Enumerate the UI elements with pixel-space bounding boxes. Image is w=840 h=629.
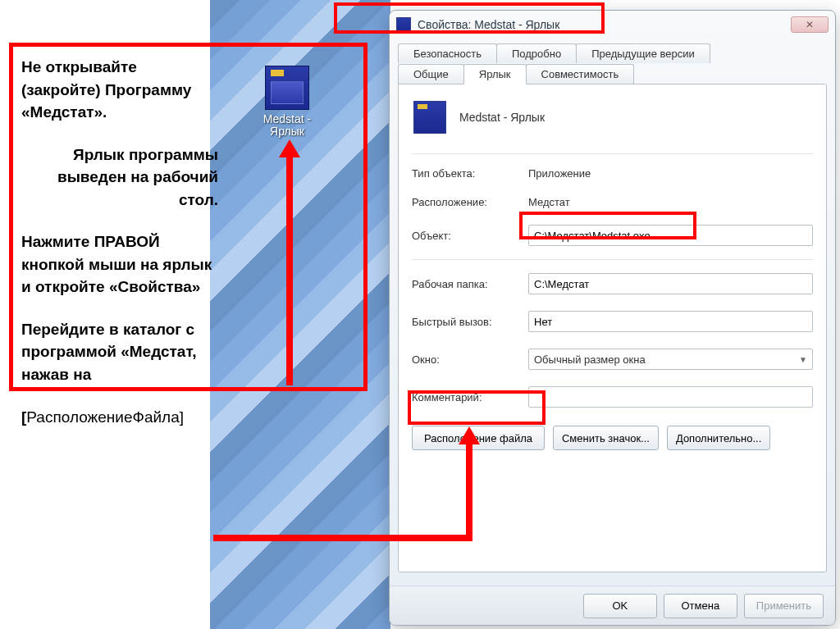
cancel-button[interactable]: Отмена — [664, 594, 737, 618]
open-file-location-button[interactable]: Расположение файла — [412, 426, 545, 450]
shortcut-name: Medstat - Ярлык — [459, 111, 545, 124]
tab-shortcut[interactable]: Ярлык — [463, 64, 527, 84]
dropdown-run-value: Обычный размер окна — [534, 353, 646, 366]
dropdown-run[interactable]: Обычный размер окна ▼ — [528, 349, 813, 370]
close-button[interactable]: ✕ — [791, 16, 829, 33]
instruction-panel: Не открывайте (закройте) Программу «Медс… — [21, 56, 218, 448]
instruction-p4: Перейдите в каталог с программой «Медста… — [21, 318, 218, 386]
label-object-type: Тип объекта: — [412, 167, 518, 180]
tabs-row-2: Общие Ярлык Совместимость — [398, 62, 827, 84]
dialog-footer: OK Отмена Применить — [390, 586, 835, 625]
label-comment: Комментарий: — [412, 391, 518, 403]
shortcut-icon — [265, 66, 309, 110]
label-target: Объект: — [412, 230, 518, 242]
shortcut-label: Medstat - Ярлык — [253, 113, 322, 139]
apply-button[interactable]: Применить — [744, 594, 824, 618]
dialog-title-icon — [396, 17, 411, 32]
tabs-row-1: Безопасность Подробно Предыдущие версии — [398, 42, 827, 63]
input-hotkey[interactable] — [528, 311, 813, 332]
value-object-type: Приложение — [528, 167, 813, 180]
instruction-p3: Нажмите ПРАВОЙ кнопкой мыши на ярлык и о… — [21, 230, 218, 299]
label-location: Расположение: — [412, 196, 518, 208]
instruction-p2: Ярлык программы выведен на рабочий стол. — [21, 144, 218, 212]
shortcut-large-icon — [413, 101, 446, 134]
tab-body-shortcut: Medstat - Ярлык Тип объекта: Приложение … — [398, 84, 827, 572]
label-hotkey: Быстрый вызов: — [412, 316, 518, 328]
input-startin[interactable] — [528, 273, 813, 294]
tab-general[interactable]: Общие — [398, 64, 464, 84]
label-run: Окно: — [412, 353, 518, 366]
tab-compatibility[interactable]: Совместимость — [526, 64, 635, 84]
desktop-shortcut-medstat[interactable]: Medstat - Ярлык — [253, 66, 322, 139]
dialog-titlebar[interactable]: Свойства: Medstat - Ярлык ✕ — [390, 11, 835, 39]
tab-details[interactable]: Подробно — [496, 43, 577, 63]
label-startin: Рабочая папка: — [412, 278, 518, 290]
input-comment[interactable] — [528, 386, 813, 408]
ok-button[interactable]: OK — [583, 594, 657, 618]
advanced-button[interactable]: Дополнительно... — [667, 426, 770, 450]
value-location: Медстат — [528, 196, 813, 208]
chevron-down-icon: ▼ — [799, 355, 807, 364]
tab-security[interactable]: Безопасность — [398, 43, 497, 63]
instruction-p5: [РасположениеФайла] — [21, 406, 218, 429]
tab-previous-versions[interactable]: Предыдущие версии — [576, 43, 710, 63]
change-icon-button[interactable]: Сменить значок... — [553, 426, 659, 450]
input-target[interactable] — [528, 225, 813, 246]
properties-dialog: Свойства: Medstat - Ярлык ✕ Безопасность… — [389, 10, 836, 626]
dialog-title: Свойства: Medstat - Ярлык — [418, 18, 791, 31]
instruction-p1: Не открывайте (закройте) Программу «Медс… — [21, 56, 218, 124]
